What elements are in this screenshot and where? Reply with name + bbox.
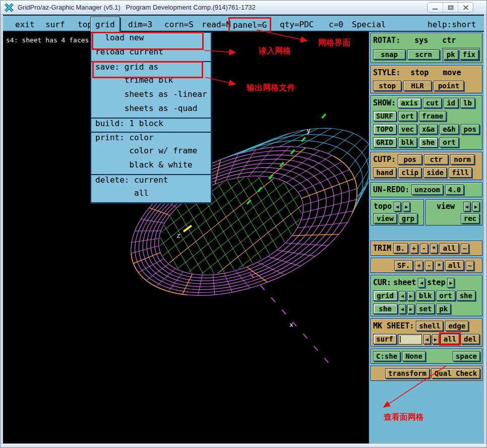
menu-item-c[interactable]: c=0 [329,20,343,29]
view-rec-button[interactable]: rec [461,213,479,223]
style-point-button[interactable]: point [434,81,464,91]
cshe-none-button[interactable]: None [402,351,425,361]
menu-item-corn[interactable]: corn=S [164,20,194,29]
show-surf-button[interactable]: SURF [373,111,396,121]
menu-item-help[interactable]: help:short [428,20,476,29]
show-topo-button[interactable]: TOPO [373,124,396,134]
rotat-scrn-button[interactable]: scrn [407,49,440,60]
cur-grid-next-button[interactable]: ▶ [407,291,414,301]
trim-blk-button[interactable]: B. [393,243,408,253]
cutp-norm-button[interactable]: norm [450,154,474,164]
menu-item-grid[interactable]: grid [90,17,120,32]
menu-item-color-w-frame[interactable]: color w/ frame [91,146,211,160]
menu-item-sheets-as-linear[interactable]: sheets as -linear [91,89,211,103]
rotat-pk-button[interactable]: pk [444,49,458,60]
trim-all-button[interactable]: all [440,243,458,253]
show-she-button[interactable]: she [419,137,438,147]
style-hlr-button[interactable]: HLR [403,81,432,91]
mksheet-edge-button[interactable]: edge [445,321,468,331]
mksheet-shell-button[interactable]: shell [416,321,443,331]
cur-grid-prev-button[interactable]: ◀ [399,291,406,301]
show-blk-button[interactable]: blk [398,137,417,147]
cutp-hand-button[interactable]: hand [373,167,396,178]
show-vec-button[interactable]: vec [398,124,417,134]
cur-set-button[interactable]: set [416,304,435,314]
sf-tilde-button[interactable]: ~ [466,261,474,270]
cur-she-row-button[interactable]: she [373,304,397,314]
view-next-button[interactable]: ▶ [472,202,479,211]
sf-plus-button[interactable]: + [415,261,423,270]
cutp-pos-button[interactable]: pos [398,154,422,164]
menu-item-surf[interactable]: surf [45,20,65,29]
rotat-fix-button[interactable]: fix [460,49,478,60]
menu-item-dim[interactable]: dim=3 [128,20,152,29]
menu-item-load-new[interactable]: load new [91,33,211,47]
transform-button[interactable]: transform [385,368,430,378]
menu-item-read[interactable]: read=N [202,20,231,29]
sheet-name-input[interactable] [398,334,422,345]
show-pos-button[interactable]: pos [461,124,479,134]
rotat-snap-button[interactable]: snap [373,49,405,60]
maximize-button[interactable] [443,3,458,12]
show-grid-button[interactable]: GRID [373,137,396,147]
topo-view-button[interactable]: view [374,213,397,223]
cur-she-prev-button[interactable]: ◀ [399,304,406,314]
menu-item-black-and-white[interactable]: black & white [91,160,211,174]
cur-step-prev-button[interactable]: ◀ [418,278,425,288]
cur-grid-button[interactable]: grid [373,291,397,301]
cur-she-button[interactable]: she [457,291,475,301]
mksheet-next-button[interactable]: ▶ [432,334,439,344]
unzoom-button[interactable]: unzoom [411,185,443,195]
cur-step-next-button[interactable]: ▶ [447,278,454,288]
cutp-side-button[interactable]: side [423,167,447,178]
cutp-ctr-button[interactable]: ctr [424,154,448,164]
mksheet-all-button[interactable]: all [441,334,459,344]
show-frame-button[interactable]: frame [419,111,446,121]
topo-prev-button[interactable]: ◀ [394,202,401,211]
trim-plus-button[interactable]: + [410,244,418,253]
view-prev-button[interactable]: ◀ [463,202,470,211]
cur-she-next-button[interactable]: ▶ [407,304,414,314]
style-stop-button[interactable]: stop [373,81,401,91]
sf-star-button[interactable]: * [435,261,443,270]
close-button[interactable] [458,3,473,12]
zoom-factor-button[interactable]: 4.0 [445,185,464,195]
cshe-button[interactable]: C:she [373,351,400,361]
sf-button[interactable]: SF. [394,260,413,270]
mksheet-surf-button[interactable]: surf [373,334,396,344]
menu-item-save-grid-as[interactable]: save: grid as [91,61,211,75]
cutp-fill-button[interactable]: fill [449,167,472,178]
show-surf-ort-button[interactable]: ort [398,111,417,121]
menu-item-special[interactable]: Special [352,20,386,29]
cur-ort-button[interactable]: ort [436,291,455,301]
sf-minus-button[interactable]: - [425,261,433,270]
show-grid-ort-button[interactable]: ort [440,137,458,147]
show-axis-button[interactable]: axis [398,98,421,108]
topo-grp-button[interactable]: grp [399,213,417,223]
menu-item-delete-all[interactable]: all [91,188,211,202]
menu-item-sheets-as-quad[interactable]: sheets as -quad [91,103,211,118]
mksheet-del-button[interactable]: del [461,334,479,344]
cshe-space-button[interactable]: space [453,351,480,361]
show-lb-button[interactable]: lb [460,98,475,108]
show-id-button[interactable]: id [444,98,458,108]
menu-item-reload-current[interactable]: reload current [91,47,211,61]
qual-check-button[interactable]: Qual Check [432,368,480,378]
cur-pk-button[interactable]: pk [436,304,451,314]
trim-tilde-button[interactable]: ~ [461,244,469,253]
show-xa-button[interactable]: x&a [419,124,438,134]
topo-next-button[interactable]: ▶ [403,202,410,211]
show-eh-button[interactable]: e&h [440,124,458,134]
cur-blk-button[interactable]: blk [416,291,435,301]
menu-item-build-1-block[interactable]: build: 1 block [91,118,211,132]
menu-item-exit[interactable]: exit [15,20,35,29]
minimize-button[interactable] [428,3,443,12]
menu-item-print-color[interactable]: print: color [91,132,211,146]
trim-star-button[interactable]: * [430,244,438,253]
menu-item-panel[interactable]: panel=G [228,17,271,33]
menu-item-trimed-blk[interactable]: trimed blk [91,75,211,89]
cutp-clip-button[interactable]: clip [398,167,421,178]
menu-item-qty[interactable]: qty=PDC [280,20,314,29]
trim-minus-button[interactable]: - [420,244,428,253]
menu-item-delete-current[interactable]: delete: current [91,174,211,188]
